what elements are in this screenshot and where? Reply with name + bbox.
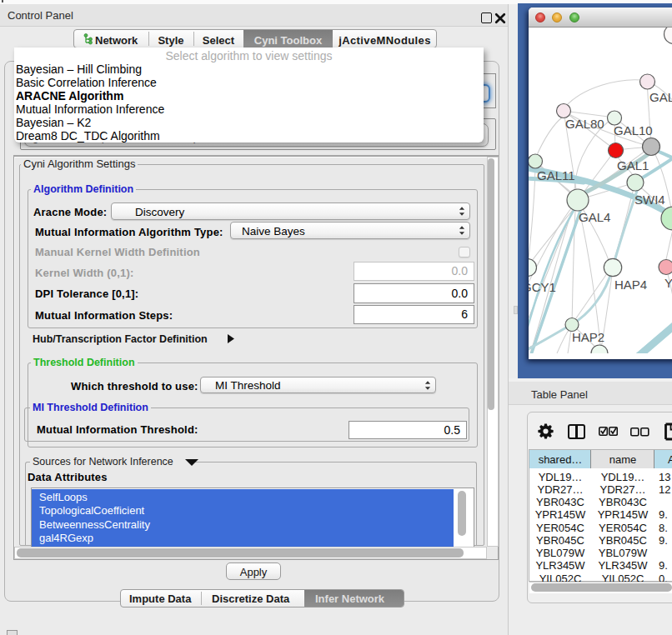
svg-text:SWI4: SWI4	[634, 192, 665, 207]
svg-text:GCY1: GCY1	[529, 280, 556, 294]
svg-text:GAL4: GAL4	[579, 210, 610, 224]
svg-text:GAL11: GAL11	[537, 168, 575, 182]
svg-text:HAP2: HAP2	[572, 330, 604, 344]
svg-text:GAL7: GAL7	[649, 90, 672, 104]
svg-text:GAL1: GAL1	[617, 158, 649, 172]
svg-text:Y: Y	[664, 276, 672, 290]
svg-text:HAP4: HAP4	[614, 278, 647, 292]
svg-text:GAL10: GAL10	[614, 123, 653, 138]
svg-text:GAL80: GAL80	[565, 117, 604, 131]
